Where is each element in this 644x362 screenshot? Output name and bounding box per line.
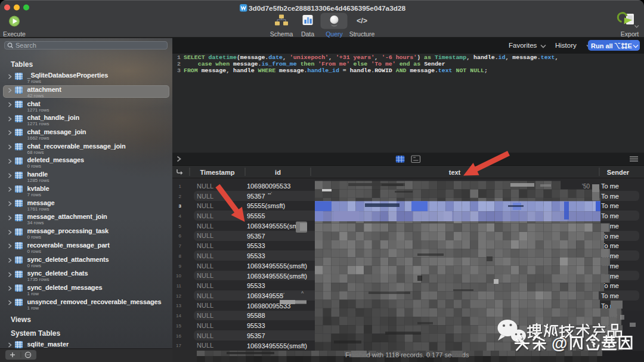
svg-text:@: @ [552,335,567,352]
